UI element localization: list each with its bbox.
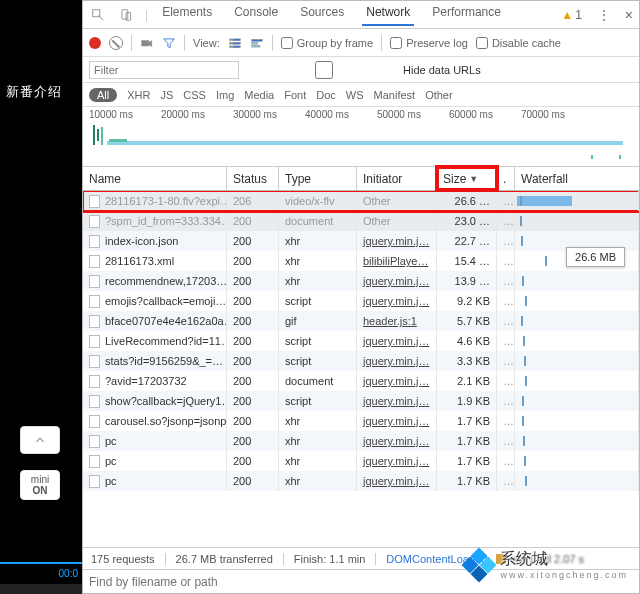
table-row[interactable]: recommendnew,17203…200xhrjquery.min.j…13… — [83, 271, 639, 291]
table-row[interactable]: 28116173.xml200xhrbilibiliPlaye…15.4 …… — [83, 251, 639, 271]
svg-rect-7 — [232, 38, 240, 40]
req-initiator[interactable]: jquery.min.j… — [357, 431, 437, 451]
req-initiator[interactable]: jquery.min.j… — [357, 451, 437, 471]
type-filter-js[interactable]: JS — [160, 89, 173, 101]
req-waterfall — [515, 311, 639, 331]
req-waterfall — [515, 411, 639, 431]
file-icon — [89, 235, 100, 248]
table-header: Name Status Type Initiator Size▼ . Water… — [83, 167, 639, 191]
tab-console[interactable]: Console — [230, 5, 282, 25]
type-filter-all[interactable]: All — [89, 88, 117, 102]
req-initiator[interactable]: jquery.min.j… — [357, 471, 437, 491]
filter-input[interactable] — [89, 61, 239, 79]
table-row[interactable]: 28116173-1-80.flv?expi…206video/x-flvOth… — [83, 191, 639, 211]
disable-cache-checkbox[interactable]: Disable cache — [476, 37, 561, 49]
req-extra: … — [497, 251, 515, 271]
req-initiator[interactable]: jquery.min.j… — [357, 231, 437, 251]
type-filter-font[interactable]: Font — [284, 89, 306, 101]
group-by-frame-checkbox[interactable]: Group by frame — [281, 37, 373, 49]
preserve-log-checkbox[interactable]: Preserve log — [390, 37, 468, 49]
req-size: 15.4 … — [437, 251, 497, 271]
req-waterfall — [515, 471, 639, 491]
req-size: 4.6 KB — [437, 331, 497, 351]
close-devtools-icon[interactable]: × — [625, 7, 633, 23]
col-extra[interactable]: . — [497, 167, 515, 190]
type-filter-manifest[interactable]: Manifest — [374, 89, 416, 101]
camera-icon[interactable] — [140, 36, 154, 50]
req-waterfall — [515, 351, 639, 371]
req-initiator[interactable]: jquery.min.j… — [357, 271, 437, 291]
req-initiator[interactable]: jquery.min.j… — [357, 351, 437, 371]
req-type: xhr — [279, 471, 357, 491]
watermark: 系统城 www.xitongcheng.com — [464, 549, 628, 580]
type-filter-ws[interactable]: WS — [346, 89, 364, 101]
type-filter-img[interactable]: Img — [216, 89, 234, 101]
device-toggle-icon[interactable] — [117, 6, 135, 24]
req-initiator[interactable]: jquery.min.j… — [357, 371, 437, 391]
filter-icon[interactable] — [162, 36, 176, 50]
timeline-overview[interactable]: 10000 ms20000 ms30000 ms40000 ms50000 ms… — [83, 107, 639, 167]
table-row[interactable]: bface0707e4e4e162a0a…200gifheader.js:15.… — [83, 311, 639, 331]
record-icon[interactable] — [89, 37, 101, 49]
req-initiator[interactable]: bilibiliPlaye… — [357, 251, 437, 271]
req-type: video/x-flv — [279, 191, 357, 211]
table-row[interactable]: emojis?callback=emoji…200scriptjquery.mi… — [83, 291, 639, 311]
tab-network[interactable]: Network — [362, 5, 414, 26]
req-initiator[interactable]: jquery.min.j… — [357, 291, 437, 311]
type-filter-xhr[interactable]: XHR — [127, 89, 150, 101]
col-initiator[interactable]: Initiator — [357, 167, 437, 190]
req-type: xhr — [279, 271, 357, 291]
tab-performance[interactable]: Performance — [428, 5, 505, 25]
list-view-icon[interactable] — [228, 36, 242, 50]
table-row[interactable]: ?spm_id_from=333.334…200documentOther23.… — [83, 211, 639, 231]
req-status: 200 — [227, 231, 279, 251]
type-filter-css[interactable]: CSS — [183, 89, 206, 101]
req-initiator[interactable]: header.js:1 — [357, 311, 437, 331]
tab-elements[interactable]: Elements — [158, 5, 216, 25]
table-row[interactable]: LiveRecommend?id=11…200scriptjquery.min.… — [83, 331, 639, 351]
table-row[interactable]: pc200xhrjquery.min.j…1.7 KB… — [83, 451, 639, 471]
col-size[interactable]: Size▼ — [437, 167, 497, 190]
status-transferred: 26.7 MB transferred — [176, 553, 273, 565]
more-menu-icon[interactable]: ⋮ — [598, 8, 609, 22]
col-waterfall[interactable]: Waterfall — [515, 167, 639, 190]
hide-data-urls-checkbox[interactable]: Hide data URLs — [249, 61, 481, 79]
req-size: 5.7 KB — [437, 311, 497, 331]
req-name: bface0707e4e4e162a0a… — [105, 315, 227, 327]
req-name: pc — [105, 475, 117, 487]
table-row[interactable]: carousel.so?jsonp=jsonp200xhrjquery.min.… — [83, 411, 639, 431]
req-type: script — [279, 391, 357, 411]
req-name: carousel.so?jsonp=jsonp — [105, 415, 226, 427]
clear-icon[interactable] — [109, 36, 123, 50]
req-type: script — [279, 351, 357, 371]
req-name: stats?id=9156259&_=… — [105, 355, 223, 367]
warning-badge[interactable]: ▲ 1 — [561, 8, 582, 22]
type-filter-doc[interactable]: Doc — [316, 89, 336, 101]
table-row[interactable]: stats?id=9156259&_=…200scriptjquery.min.… — [83, 351, 639, 371]
devtools-tab-bar: | ElementsConsoleSourcesNetworkPerforman… — [83, 1, 639, 29]
table-row[interactable]: ?avid=17203732200documentjquery.min.j…2.… — [83, 371, 639, 391]
overview-view-icon[interactable] — [250, 36, 264, 50]
type-filter-media[interactable]: Media — [244, 89, 274, 101]
req-type: xhr — [279, 431, 357, 451]
scroll-up-button[interactable] — [20, 426, 60, 454]
req-initiator[interactable]: jquery.min.j… — [357, 331, 437, 351]
table-row[interactable]: index-icon.json200xhrjquery.min.j…22.7 …… — [83, 231, 639, 251]
type-filter-other[interactable]: Other — [425, 89, 453, 101]
tab-sources[interactable]: Sources — [296, 5, 348, 25]
mini-toggle[interactable]: mini ON — [20, 470, 60, 500]
col-type[interactable]: Type — [279, 167, 357, 190]
req-name: pc — [105, 435, 117, 447]
req-status: 200 — [227, 391, 279, 411]
table-row[interactable]: pc200xhrjquery.min.j…1.7 KB… — [83, 471, 639, 491]
req-type: xhr — [279, 411, 357, 431]
chevron-up-icon — [33, 433, 47, 447]
table-row[interactable]: show?callback=jQuery1…200scriptjquery.mi… — [83, 391, 639, 411]
table-row[interactable]: pc200xhrjquery.min.j…1.7 KB… — [83, 431, 639, 451]
col-status[interactable]: Status — [227, 167, 279, 190]
req-initiator[interactable]: jquery.min.j… — [357, 411, 437, 431]
col-name[interactable]: Name — [83, 167, 227, 190]
progress-line[interactable] — [0, 562, 82, 564]
req-initiator[interactable]: jquery.min.j… — [357, 391, 437, 411]
inspect-icon[interactable] — [89, 6, 107, 24]
